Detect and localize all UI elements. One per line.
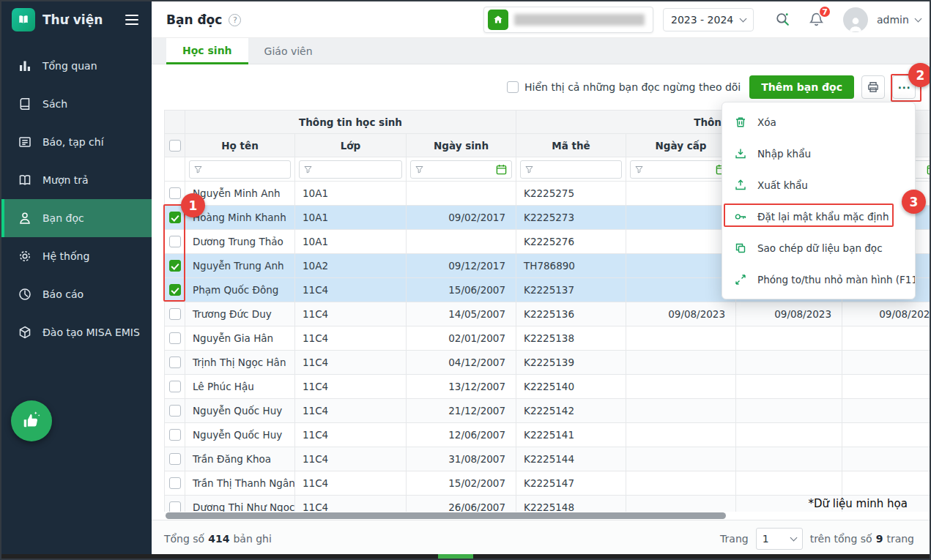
- avatar[interactable]: [843, 7, 868, 32]
- column-header-issue-date[interactable]: Ngày cấp: [626, 134, 736, 157]
- app-logo-icon: [12, 8, 35, 31]
- table-row[interactable]: Trịnh Thị Ngọc Hân 11C4 04/12/2007 K2225…: [165, 351, 931, 375]
- sidebar-item-bao-tap-chi[interactable]: Báo, tạp chí: [1, 123, 152, 161]
- row-checkbox[interactable]: [169, 477, 181, 489]
- table-row[interactable]: Nguyễn Quốc Huy 11C4 21/12/2007 K2225142: [165, 399, 931, 423]
- cell-class: 11C4: [295, 326, 407, 351]
- chevron-down-icon: [740, 15, 747, 23]
- cell-dob: 15/02/2007: [407, 471, 516, 496]
- row-checkbox[interactable]: [169, 236, 181, 247]
- report-icon: [18, 287, 32, 302]
- table-row[interactable]: Nguyễn Quốc Huy 11C4 12/06/2007 K2225141: [165, 423, 931, 447]
- select-all-checkbox[interactable]: [169, 140, 181, 152]
- row-checkbox[interactable]: [169, 332, 181, 344]
- sidebar-item-ban-doc[interactable]: Bạn đọc: [1, 199, 152, 237]
- calendar-icon[interactable]: [496, 164, 507, 175]
- row-checkbox-cell: [165, 496, 185, 512]
- cell-issue-date: [626, 230, 736, 254]
- cell-name: Trịnh Thị Ngọc Hân: [185, 351, 295, 375]
- table-row[interactable]: Nguyễn Gia Hân 11C4 02/01/2007 K2225138: [165, 326, 931, 351]
- menu-item-delete[interactable]: Xóa: [722, 106, 915, 138]
- menu-item-label: Phóng to/thu nhỏ màn hình (F11): [757, 274, 915, 285]
- sidebar-item-muon-tra[interactable]: Mượn trả: [1, 161, 152, 199]
- table-row[interactable]: Lê Phúc Hậu 11C4 13/12/2007 K2225140: [165, 375, 931, 399]
- username: admin: [877, 14, 909, 26]
- table-row[interactable]: Trương Đức Duy 11C4 14/05/2007 K2225136 …: [165, 302, 931, 326]
- cell-name: Phạm Quốc Đông: [185, 278, 295, 302]
- filter-issue-date-input[interactable]: [647, 164, 712, 174]
- filter-dob-input[interactable]: [427, 164, 492, 174]
- sidebar-item-dao-tao[interactable]: Đào tạo MISA EMIS: [1, 313, 152, 351]
- table-row[interactable]: Trần Đăng Khoa 11C4 31/08/2007 K2225144: [165, 447, 931, 471]
- page-total: trên tổng số 9 trang: [810, 533, 914, 545]
- filter-class-input[interactable]: [316, 164, 397, 174]
- print-button[interactable]: [861, 75, 885, 99]
- row-checkbox[interactable]: [169, 453, 181, 465]
- row-checkbox[interactable]: [169, 284, 181, 296]
- row-checkbox[interactable]: [169, 501, 181, 512]
- cell-issue-date: [626, 375, 736, 399]
- notifications-button[interactable]: 7: [808, 11, 825, 31]
- sidebar-item-sach[interactable]: Sách: [1, 85, 152, 123]
- menu-item-reset-password[interactable]: Đặt lại mật khẩu mặc định: [722, 201, 915, 232]
- page-input[interactable]: 1: [756, 528, 803, 550]
- row-checkbox-cell: [165, 423, 185, 447]
- menu-item-import[interactable]: Nhập khẩu: [722, 138, 915, 169]
- taskbar-sliver: [1, 554, 930, 559]
- tabstrip: Học sinh Giáo viên: [152, 38, 930, 64]
- cell-issue-date: [626, 399, 736, 423]
- horizontal-scrollbar-thumb[interactable]: [166, 512, 726, 519]
- cell-class: 11C4: [295, 351, 407, 375]
- row-checkbox[interactable]: [169, 356, 181, 368]
- school-year-select[interactable]: 2023 - 2024: [663, 8, 754, 31]
- cell-date-3: [842, 447, 931, 471]
- cell-issue-date: [626, 351, 736, 375]
- tab-students[interactable]: Học sinh: [166, 38, 248, 64]
- column-header-class[interactable]: Lớp: [295, 134, 407, 157]
- filter-card-code-input[interactable]: [537, 164, 617, 174]
- row-checkbox-cell: [165, 302, 185, 326]
- menu-item-copy-reader-data[interactable]: Sao chép dữ liệu bạn đọc: [722, 232, 915, 264]
- cell-name: Dương Thị Như Ngọc: [185, 496, 295, 512]
- table-row[interactable]: Trần Thị Thanh Ngân 11C4 15/02/2007 K222…: [165, 471, 931, 496]
- cell-card-code: K2225142: [516, 399, 626, 423]
- row-checkbox[interactable]: [169, 429, 181, 441]
- sidebar-item-tong-quan[interactable]: Tổng quan: [1, 47, 152, 85]
- calendar-icon[interactable]: [927, 164, 931, 175]
- menu-item-label: Đặt lại mật khẩu mặc định: [757, 211, 889, 223]
- cell-dob: 04/12/2007: [407, 351, 516, 375]
- row-checkbox[interactable]: [169, 187, 181, 199]
- search-icon[interactable]: [774, 11, 791, 31]
- menu-toggle-icon[interactable]: [122, 12, 141, 28]
- tab-teachers[interactable]: Giáo viên: [248, 38, 329, 64]
- user-menu[interactable]: admin: [877, 1, 921, 38]
- checkbox[interactable]: [507, 81, 519, 93]
- export-icon: [733, 179, 748, 192]
- menu-item-export[interactable]: Xuất khẩu: [722, 169, 915, 201]
- school-selector[interactable]: [483, 7, 653, 33]
- row-checkbox[interactable]: [169, 405, 181, 417]
- help-icon[interactable]: ?: [229, 14, 241, 26]
- newspaper-icon: [18, 135, 32, 149]
- row-checkbox[interactable]: [169, 381, 181, 392]
- cell-name: Nguyễn Quốc Huy: [185, 399, 295, 423]
- column-header-name[interactable]: Họ tên: [185, 134, 295, 157]
- cell-class: 11C4: [295, 302, 407, 326]
- row-checkbox[interactable]: [169, 260, 181, 272]
- menu-item-fullscreen-toggle[interactable]: Phóng to/thu nhỏ màn hình (F11): [722, 264, 915, 295]
- column-header-dob[interactable]: Ngày sinh: [407, 134, 516, 157]
- feedback-button[interactable]: [11, 400, 52, 441]
- sidebar-item-he-thong[interactable]: Hệ thống: [1, 237, 152, 275]
- column-header-card-code[interactable]: Mã thẻ: [516, 134, 626, 157]
- add-reader-button[interactable]: Thêm bạn đọc: [749, 75, 854, 99]
- expand-icon: [733, 273, 748, 286]
- cell-date-3: [842, 326, 931, 351]
- sidebar-item-bao-cao[interactable]: Báo cáo: [1, 275, 152, 313]
- show-stopped-readers-checkbox[interactable]: Hiển thị cả những bạn đọc ngừng theo dõi: [507, 81, 741, 93]
- filter-name-input[interactable]: [206, 164, 286, 174]
- annotation-step-3: 3: [902, 190, 926, 214]
- row-checkbox[interactable]: [169, 308, 181, 320]
- more-options-menu: Xóa Nhập khẩu Xuất khẩu Đặt lại mật khẩu…: [722, 102, 916, 299]
- cell-dob: 21/12/2007: [407, 399, 516, 423]
- row-checkbox[interactable]: [169, 212, 181, 223]
